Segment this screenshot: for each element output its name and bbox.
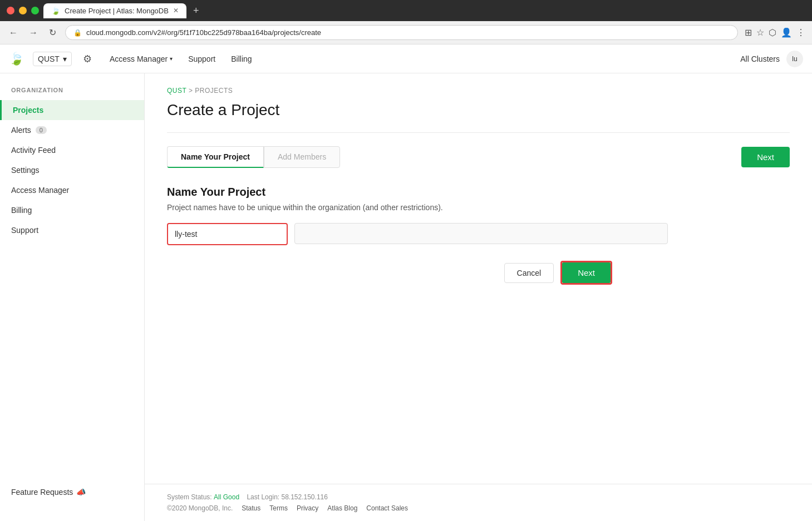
minimize-btn[interactable] <box>19 7 27 14</box>
extensions-icon[interactable]: ⬡ <box>769 27 776 38</box>
footer-status-row: System Status: All Good Last Login: 58.1… <box>167 493 790 501</box>
url-bar[interactable]: 🔒 cloud.mongodb.com/v2#/org/5f1f710bc225… <box>65 25 738 40</box>
breadcrumb-separator: > <box>189 87 195 95</box>
browser-titlebar: 🍃 Create Project | Atlas: MongoDB ✕ + <box>0 0 812 21</box>
sidebar-item-billing-label: Billing <box>11 206 32 215</box>
sidebar-footer: Feature Requests 📣 <box>0 477 144 508</box>
breadcrumb-current: PROJECTS <box>195 87 233 95</box>
mongodb-logo: 🍃 <box>9 52 24 66</box>
megaphone-icon: 📣 <box>76 488 86 497</box>
project-name-input[interactable] <box>168 224 287 244</box>
sidebar-item-access-manager[interactable]: Access Manager <box>0 180 144 200</box>
step-tab-name-project-label: Name Your Project <box>181 152 250 161</box>
close-btn[interactable] <box>7 7 14 14</box>
url-text: cloud.mongodb.com/v2#/org/5f1f710bc225d9… <box>86 28 730 37</box>
sidebar-item-alerts[interactable]: Alerts 0 <box>0 120 144 140</box>
last-login-value: 58.152.150.116 <box>281 493 327 501</box>
breadcrumb-org: QUST <box>167 87 186 95</box>
title-divider <box>167 132 790 133</box>
footer-link-status[interactable]: Status <box>242 504 260 512</box>
steps-next-button-top[interactable]: Next <box>741 147 790 167</box>
billing-label: Billing <box>231 54 252 63</box>
user-avatar[interactable]: lu <box>786 51 803 67</box>
sidebar-item-support-label: Support <box>11 226 38 235</box>
nav-right: All Clusters lu <box>740 51 803 67</box>
top-nav: 🍃 QUST ▾ ⚙ Access Manager ▾ Support Bill… <box>0 44 812 73</box>
content-area: QUST > PROJECTS Create a Project Name Yo… <box>145 73 812 484</box>
project-name-input-full <box>294 223 668 244</box>
org-name: QUST <box>38 54 60 63</box>
steps-bar: Name Your Project Add Members Next <box>167 146 790 168</box>
translate-icon[interactable]: ⊞ <box>745 27 752 38</box>
system-status-label: System Status: <box>167 493 212 501</box>
system-status-value: All Good <box>214 493 239 501</box>
access-manager-nav[interactable]: Access Manager ▾ <box>103 51 179 67</box>
org-dropdown-icon: ▾ <box>63 54 67 63</box>
menu-icon[interactable]: ⋮ <box>796 27 805 38</box>
form-description: Project names have to be unique within t… <box>167 203 668 212</box>
browser-tab[interactable]: 🍃 Create Project | Atlas: MongoDB ✕ <box>43 3 186 18</box>
profile-icon[interactable]: 👤 <box>781 27 792 38</box>
footer-links: ©2020 MongoDB, Inc. Status Terms Privacy… <box>167 504 790 512</box>
maximize-btn[interactable] <box>31 7 39 14</box>
sidebar-item-access-manager-label: Access Manager <box>11 186 69 195</box>
sidebar-item-projects-label: Projects <box>13 106 43 115</box>
access-manager-chevron: ▾ <box>170 56 173 62</box>
support-label: Support <box>188 54 215 63</box>
tab-title: Create Project | Atlas: MongoDB <box>65 7 169 15</box>
breadcrumb: QUST > PROJECTS <box>167 87 790 95</box>
tab-close-btn[interactable]: ✕ <box>173 7 179 14</box>
sidebar-item-activity-feed-label: Activity Feed <box>11 146 56 155</box>
step-tab-add-members-label: Add Members <box>278 152 326 161</box>
form-section: Name Your Project Project names have to … <box>167 186 668 285</box>
action-row: Cancel Next <box>167 261 612 285</box>
access-manager-label: Access Manager <box>110 54 168 63</box>
step-tab-name-project[interactable]: Name Your Project <box>167 146 264 168</box>
settings-gear-icon[interactable]: ⚙ <box>81 51 94 67</box>
sidebar-item-settings-label: Settings <box>11 166 40 175</box>
form-title: Name Your Project <box>167 186 668 199</box>
org-selector[interactable]: QUST ▾ <box>33 52 72 66</box>
page-title: Create a Project <box>167 101 790 119</box>
back-button[interactable]: ← <box>7 26 20 40</box>
refresh-button[interactable]: ↻ <box>47 25 58 40</box>
sidebar-section-label: Organization <box>0 87 144 100</box>
last-login-label: Last Login: <box>247 493 279 501</box>
steps-tabs: Name Your Project Add Members <box>167 146 340 168</box>
app-container: 🍃 QUST ▾ ⚙ Access Manager ▾ Support Bill… <box>0 44 812 521</box>
page-footer: System Status: All Good Last Login: 58.1… <box>145 484 812 521</box>
sidebar-item-alerts-label: Alerts <box>11 126 31 135</box>
main-layout: Organization Projects Alerts 0 Activity … <box>0 73 812 521</box>
lock-icon: 🔒 <box>73 29 82 37</box>
alerts-badge: 0 <box>36 126 47 134</box>
footer-link-privacy[interactable]: Privacy <box>297 504 318 512</box>
nav-links: Access Manager ▾ Support Billing <box>103 51 259 67</box>
cancel-button[interactable]: Cancel <box>504 263 554 283</box>
feature-requests-button[interactable]: Feature Requests 📣 <box>11 488 133 497</box>
footer-link-terms[interactable]: Terms <box>269 504 288 512</box>
project-name-input-wrapper <box>167 223 288 245</box>
feature-requests-label: Feature Requests <box>11 488 73 497</box>
sidebar-item-settings[interactable]: Settings <box>0 160 144 180</box>
sidebar-item-billing[interactable]: Billing <box>0 200 144 220</box>
sidebar-item-activity-feed[interactable]: Activity Feed <box>0 140 144 160</box>
forward-button[interactable]: → <box>27 26 40 40</box>
sidebar-item-support[interactable]: Support <box>0 220 144 240</box>
footer-copyright: ©2020 MongoDB, Inc. <box>167 504 233 512</box>
tab-favicon: 🍃 <box>51 7 60 15</box>
step-tab-add-members[interactable]: Add Members <box>264 146 340 168</box>
billing-nav[interactable]: Billing <box>224 51 258 67</box>
footer-link-atlas-blog[interactable]: Atlas Blog <box>327 504 357 512</box>
window-controls <box>7 7 39 14</box>
all-clusters-button[interactable]: All Clusters <box>740 54 780 63</box>
next-button-bottom[interactable]: Next <box>562 262 611 283</box>
new-tab-button[interactable]: + <box>193 5 199 17</box>
sidebar-item-projects[interactable]: Projects <box>0 100 144 120</box>
browser-actions: ⊞ ☆ ⬡ 👤 ⋮ <box>745 27 805 38</box>
support-nav[interactable]: Support <box>181 51 222 67</box>
sidebar: Organization Projects Alerts 0 Activity … <box>0 73 145 521</box>
star-icon[interactable]: ☆ <box>756 27 764 38</box>
footer-link-contact-sales[interactable]: Contact Sales <box>366 504 408 512</box>
address-bar-container: ← → ↻ 🔒 cloud.mongodb.com/v2#/org/5f1f71… <box>0 21 812 44</box>
